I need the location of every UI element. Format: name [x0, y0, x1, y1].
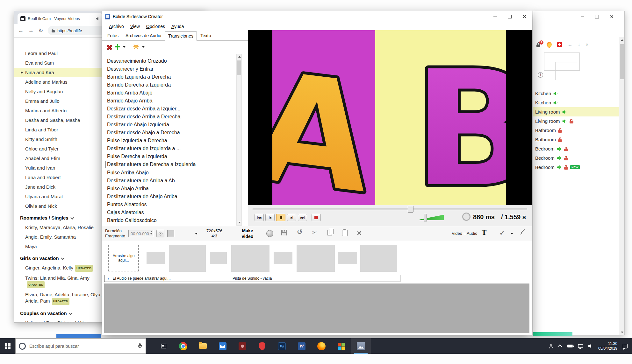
lock-icon[interactable]	[564, 147, 568, 151]
transition-item[interactable]: Deslizar desde Arriba a Izquier...	[107, 105, 236, 113]
tab-audio-icon[interactable]	[96, 17, 100, 21]
color-swatch[interactable]	[167, 230, 174, 237]
speaker-icon[interactable]	[562, 119, 567, 124]
list-item[interactable]: Ulyana and Marat	[14, 192, 104, 201]
transition-item[interactable]: Deslizar de Abajo Izquierda	[107, 121, 236, 129]
transition-item[interactable]: Pulse Izquierda a Derecha	[107, 136, 236, 144]
transition-item[interactable]: Barrido Izquierda a Derecha	[107, 73, 236, 81]
transitions-scrollbar[interactable]	[236, 54, 242, 226]
cut-icon[interactable]: ✂	[312, 229, 317, 236]
list-item[interactable]: Anabel and Efim	[14, 154, 104, 163]
menu-item[interactable]: View	[127, 23, 143, 30]
tab[interactable]: Texto	[197, 31, 214, 40]
room-row[interactable]: Kitchen	[533, 98, 619, 107]
timeline-placeholder[interactable]	[338, 252, 357, 264]
volume-slider[interactable]	[420, 215, 444, 220]
seek-bar[interactable]	[253, 208, 527, 210]
transition-item[interactable]: Barrido Abajo Arriba	[107, 97, 236, 105]
scroll-up-icon[interactable]	[619, 37, 625, 43]
speaker-icon[interactable]	[557, 165, 562, 170]
bolide-taskbar-icon[interactable]	[351, 338, 371, 354]
room-row[interactable]: Bathroom	[533, 126, 619, 135]
speaker-icon[interactable]	[553, 91, 558, 96]
arrow-down-icon[interactable]: ↓	[578, 42, 580, 47]
speaker-icon[interactable]	[562, 109, 567, 115]
apply-dropdown-icon[interactable]	[511, 233, 513, 234]
scroll-down-icon[interactable]	[619, 330, 625, 335]
display-icon[interactable]	[578, 344, 583, 348]
pause-button[interactable]	[276, 214, 285, 221]
people-icon[interactable]	[549, 344, 553, 348]
effect-dropdown-icon[interactable]	[142, 46, 145, 48]
task-view-button[interactable]	[154, 338, 173, 354]
transition-item[interactable]: Desvanecer y Entrar	[107, 65, 236, 73]
firefox-icon[interactable]	[312, 338, 331, 354]
list-item[interactable]: Jane and Dick	[14, 182, 104, 192]
audio-track[interactable]: ♪ El Audio se puede arrastrar aquí... Pi…	[104, 275, 400, 282]
antivirus-shield-icon[interactable]	[252, 338, 272, 354]
list-item[interactable]: Eva and Sam	[14, 58, 104, 68]
room-row[interactable]: Bedroom NEW	[533, 163, 619, 172]
transition-item[interactable]: Puntos Aleatorios	[107, 200, 236, 208]
forward-icon[interactable]: →	[28, 27, 34, 34]
delete-transition-icon[interactable]	[106, 44, 112, 50]
lock-icon[interactable]	[564, 156, 568, 160]
list-item[interactable]: Nina and Kira	[14, 68, 104, 77]
taskbar-search[interactable]: Escribe aquí para buscar	[15, 338, 146, 354]
grid-app-icon[interactable]	[331, 338, 351, 354]
room-row[interactable]: Kitchen	[533, 89, 619, 98]
list-item[interactable]: Dasha and Sasha, Masha	[14, 116, 104, 125]
taskbar-clock[interactable]: 11:30 05/04/2019	[598, 341, 617, 351]
speaker-icon[interactable]	[557, 146, 562, 151]
list-item[interactable]: Couples on vacation	[14, 309, 98, 318]
lock-icon[interactable]	[558, 128, 562, 133]
previous-frame-button[interactable]: |◀	[265, 214, 275, 221]
lock-icon[interactable]	[558, 137, 562, 142]
tab[interactable]: Archivos de Audio	[122, 31, 165, 40]
maximize-button[interactable]	[502, 11, 517, 22]
transition-item[interactable]: Deslizar afuera de Izquierda a ...	[107, 144, 236, 152]
timeline-placeholder[interactable]	[360, 245, 397, 272]
timeline-drop-slot[interactable]: Arrastre algo aquí...	[108, 245, 139, 271]
transition-item[interactable]: Desvanecimiento Cruzado	[107, 57, 236, 65]
transition-item[interactable]: Deslizar afuera de Derecha a Izquierda	[105, 161, 197, 168]
tab[interactable]: Fotos	[104, 31, 122, 40]
room-row[interactable]: Living room	[533, 116, 619, 126]
start-button[interactable]	[0, 338, 15, 354]
timeline-placeholder[interactable]	[297, 245, 335, 272]
brush-icon[interactable]	[519, 229, 526, 235]
close-button[interactable]	[604, 11, 619, 22]
red-app-icon[interactable]	[233, 338, 252, 354]
minimize-button[interactable]	[488, 11, 502, 22]
transition-item[interactable]: Deslizar desde Arriba a Derecha	[107, 113, 236, 121]
delete-icon[interactable]	[357, 230, 362, 235]
timeline-placeholder[interactable]	[169, 245, 206, 272]
list-item[interactable]: Kitty and Smith	[14, 135, 104, 144]
timeline-placeholder[interactable]	[210, 252, 227, 264]
tab[interactable]: Transiciones	[165, 32, 197, 41]
scrollbar-thumb[interactable]	[620, 44, 624, 79]
close-button[interactable]	[517, 11, 532, 22]
effect-icon[interactable]	[133, 44, 139, 50]
text-tool-icon[interactable]: T	[482, 228, 486, 237]
make-video-button[interactable]: Make video	[238, 228, 257, 239]
transition-item[interactable]: Cajas Aleatorias	[107, 208, 236, 216]
transition-item[interactable]: Pulse Abajo Arriba	[107, 185, 236, 192]
list-item[interactable]: Emma and Julio	[14, 96, 104, 106]
room-row[interactable]: Bathroom	[533, 135, 619, 144]
list-item[interactable]: Nelly and Bogdan	[14, 87, 104, 96]
file-explorer-icon[interactable]	[193, 338, 213, 354]
transition-item[interactable]: Deslizar afuera de Arriba a Ab...	[107, 177, 236, 185]
scroll-up-icon[interactable]	[237, 54, 242, 60]
next-frame-button[interactable]: ▶|	[287, 214, 296, 221]
tray-expand-icon[interactable]	[557, 344, 562, 349]
right-scrollbar[interactable]	[619, 37, 624, 335]
list-item[interactable]: Ginger, Angelina, KellyUPDATED	[14, 263, 104, 273]
menu-item[interactable]: Ayuda	[168, 23, 187, 30]
list-item[interactable]: Twins: Lia and Mia, Gina, AmyUPDATED	[14, 273, 104, 290]
minimize-button[interactable]	[575, 11, 590, 22]
menu-item[interactable]: Opciones	[143, 23, 168, 30]
room-row[interactable]: Bedroom	[533, 153, 619, 163]
list-item[interactable]: Lana and Robert	[14, 173, 104, 182]
action-center-icon[interactable]	[623, 344, 628, 348]
